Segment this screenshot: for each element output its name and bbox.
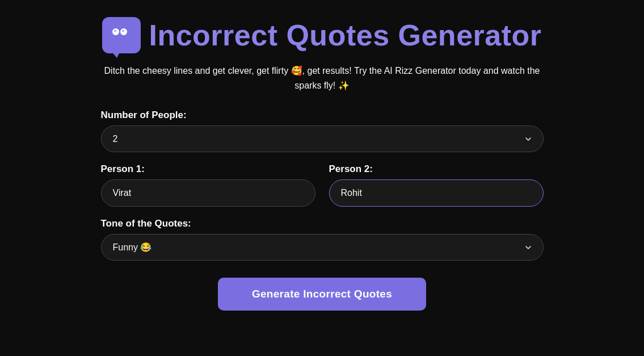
number-of-people-select[interactable]: 1 2 3 4 5 <box>101 125 544 152</box>
logo-icon: " " <box>102 17 141 53</box>
svg-text:": " <box>114 29 117 36</box>
number-of-people-group: Number of People: 1 2 3 4 5 <box>101 110 544 152</box>
person1-label: Person 1: <box>101 164 315 175</box>
persons-row: Person 1: Person 2: <box>101 164 544 207</box>
svg-text:": " <box>122 29 125 36</box>
page-title: Incorrect Quotes Generator <box>149 18 541 52</box>
person2-input[interactable] <box>329 179 544 207</box>
person2-label: Person 2: <box>329 164 544 175</box>
tone-select[interactable]: Funny 😂 Romantic 😍 Sarcastic 😏 Dramatic … <box>101 234 544 261</box>
person2-group: Person 2: <box>329 164 544 207</box>
tone-group: Tone of the Quotes: Funny 😂 Romantic 😍 S… <box>101 218 544 261</box>
number-of-people-label: Number of People: <box>101 110 544 121</box>
generate-button[interactable]: Generate Incorrect Quotes <box>218 278 426 311</box>
subtitle-text: Ditch the cheesy lines and get clever, g… <box>101 64 544 93</box>
quote-icon: " " <box>111 27 132 43</box>
person1-input[interactable] <box>101 179 315 207</box>
person1-group: Person 1: <box>101 164 315 207</box>
page-header: " " Incorrect Quotes Generator <box>102 17 541 53</box>
tone-label: Tone of the Quotes: <box>101 218 544 229</box>
form-container: Number of People: 1 2 3 4 5 Person 1: Pe… <box>101 110 544 311</box>
